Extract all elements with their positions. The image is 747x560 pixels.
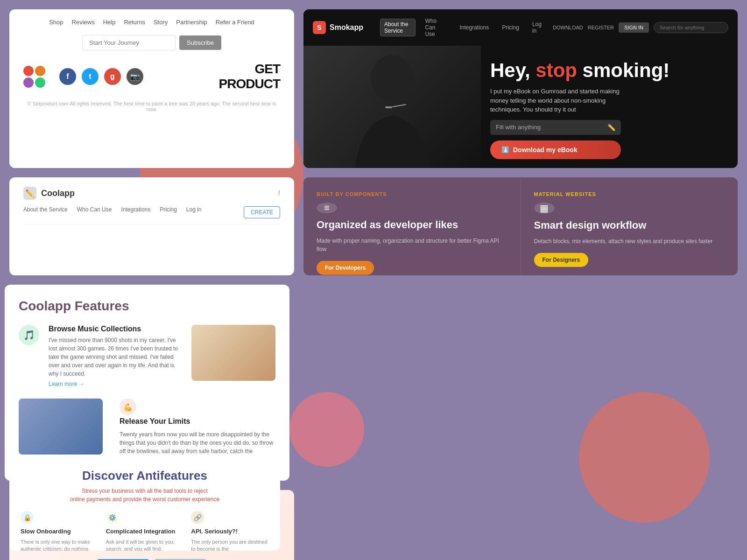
smokapp-headline-part1: Hey, xyxy=(490,59,536,81)
component-tag-2: MATERIAL WEBSITES xyxy=(534,191,725,197)
svg-rect-1 xyxy=(385,106,392,108)
antifeature-title-2: Complicated Integration xyxy=(106,528,184,535)
newsletter-card: Shop Reviews Help Returns Story Partners… xyxy=(9,9,294,168)
footer-text: © Setproduct.com All rights reserved. Th… xyxy=(23,101,280,112)
coolapp-logo-text: Coolapp xyxy=(41,189,75,198)
smokapp-register-link[interactable]: REGISTER xyxy=(588,25,614,30)
feature-desc-2: Twenty years from now you will be more d… xyxy=(120,430,275,455)
smokapp-fill-input[interactable]: Fill with anything ✏️ xyxy=(490,120,621,135)
nav-refer[interactable]: Refer a Friend xyxy=(216,19,254,26)
antifeature-title-3: API. Seriously?! xyxy=(191,528,269,535)
smokapp-body: Hey, stop smoking! I put my eBook on Gum… xyxy=(303,46,738,168)
social-links: f t g 📷 xyxy=(59,68,143,85)
designers-button[interactable]: For Designers xyxy=(534,253,589,267)
antifeature-3: 🔗 API. Seriously?! The only person you a… xyxy=(191,511,269,551)
coolapp-nav-who[interactable]: Who Can Use xyxy=(77,206,112,218)
download-icon: ⬇️ xyxy=(501,146,509,154)
smokapp-nav-who[interactable]: Who Can Use xyxy=(421,16,450,39)
smokapp-nav-about[interactable]: About the Service xyxy=(380,19,416,36)
feature-image-1 xyxy=(191,325,275,381)
smokapp-headline-part2: smoking! xyxy=(577,59,669,81)
feature-title-1: Browse Music Collections xyxy=(49,325,182,333)
feature-content-1: Browse Music Collections I've missed mor… xyxy=(49,325,182,387)
antifeature-row: 🔒 Slow Onboarding There is only one way … xyxy=(21,511,269,551)
component-title-1: Organized as developer likes xyxy=(317,219,507,231)
smokapp-download-link[interactable]: DOWNLOAD xyxy=(553,25,583,30)
smokapp-signin-button[interactable]: SIGN IN xyxy=(619,22,649,33)
components-card: BUILT BY COMPONENTS ≡ Organized as devel… xyxy=(303,177,738,275)
getproduct-logo: GETPRODUCT xyxy=(219,62,280,91)
feature-title-2: Release Your Limits xyxy=(120,417,275,426)
smokapp-nav-pricing[interactable]: Pricing xyxy=(498,22,523,33)
nav-help[interactable]: Help xyxy=(103,19,116,26)
antifeature-2: ⚙️ Complicated Integration Ask and it wi… xyxy=(106,511,184,551)
smokapp-content: Hey, stop smoking! I put my eBook on Gum… xyxy=(481,46,738,168)
smokapp-card: S Smokapp About the Service Who Can Use … xyxy=(303,9,738,168)
nav-partnership[interactable]: Partnership xyxy=(176,19,207,26)
smokapp-nav-login[interactable]: Log in xyxy=(529,19,545,36)
feature-desc-1: I've missed more than 9000 shots in my c… xyxy=(49,336,182,378)
svg-rect-2 xyxy=(392,104,406,107)
coolapp-nav-about[interactable]: About the Service xyxy=(23,206,68,218)
svg-point-0 xyxy=(371,55,413,102)
smokapp-download-button[interactable]: ⬇️ Download my eBook xyxy=(490,140,621,159)
antifeature-desc-3: The only person you are destined to beco… xyxy=(191,539,269,551)
nav-story[interactable]: Story xyxy=(154,19,168,26)
component-title-2: Smart design workflow xyxy=(534,219,725,231)
coolapp-features-title: Coolapp Features xyxy=(19,299,275,314)
coolapp-nav-login[interactable]: Log in xyxy=(186,206,202,218)
coolapp-header: ✏️ Coolapp f xyxy=(23,187,280,200)
design-icon: ▦ xyxy=(534,203,555,214)
coolapp-social-icon[interactable]: f xyxy=(278,189,280,197)
coolapp-nav-pricing[interactable]: Pricing xyxy=(160,206,177,218)
feature-link-1[interactable]: Learn more → xyxy=(49,381,182,387)
nav-returns[interactable]: Returns xyxy=(124,19,145,26)
feature-image-2 xyxy=(19,399,103,455)
smokapp-nav-integrations[interactable]: Integrations xyxy=(456,22,493,33)
google-icon[interactable]: g xyxy=(104,68,121,85)
antifeature-desc-2: Ask and it will be given to you; search,… xyxy=(106,539,184,551)
coolapp-nav-integrations[interactable]: Integrations xyxy=(121,206,150,218)
smokapp-logo-icon: S xyxy=(313,21,326,34)
component-block-1: BUILT BY COMPONENTS ≡ Organized as devel… xyxy=(303,177,521,275)
music-icon: 🎵 xyxy=(19,325,39,345)
subscribe-row: Subscribe xyxy=(23,35,280,50)
subscribe-button[interactable]: Subscribe xyxy=(179,35,221,50)
coolapp-create-button[interactable]: CREATE xyxy=(244,206,280,218)
slow-onboarding-icon: 🔒 xyxy=(21,511,34,524)
smokapp-headline: Hey, stop smoking! xyxy=(490,60,724,81)
facebook-icon[interactable]: f xyxy=(59,68,76,85)
nav-reviews[interactable]: Reviews xyxy=(72,19,95,26)
smokapp-logo-name: Smokapp xyxy=(330,23,363,32)
smokapp-fill-text: Fill with anything xyxy=(496,124,604,131)
component-desc-2: Detach blocks, mix elements, attach new … xyxy=(534,237,725,245)
coolapp-nav: About the Service Who Can Use Integratio… xyxy=(23,206,280,224)
component-tag-1: BUILT BY COMPONENTS xyxy=(317,191,507,197)
smokapp-search-input[interactable] xyxy=(654,22,728,33)
edit-icon: ✏️ xyxy=(607,124,615,131)
discover-antifeatures-card: Discover Antifeatures Stress your busine… xyxy=(9,457,280,551)
smokapp-download-label: Download my eBook xyxy=(513,146,578,154)
smokapp-nav: About the Service Who Can Use Integratio… xyxy=(380,16,545,39)
component-desc-1: Made with proper naming, organization an… xyxy=(317,237,507,253)
subscribe-input[interactable] xyxy=(82,35,176,50)
smokapp-header: S Smokapp About the Service Who Can Use … xyxy=(303,9,738,46)
component-block-2: MATERIAL WEBSITES ▦ Smart design workflo… xyxy=(521,177,738,275)
smokapp-hero-image xyxy=(303,46,481,168)
developers-button[interactable]: For Developers xyxy=(317,261,374,275)
api-icon: 🔗 xyxy=(191,511,204,524)
smokapp-header-actions: DOWNLOAD REGISTER SIGN IN xyxy=(553,22,728,33)
antifeature-1: 🔒 Slow Onboarding There is only one way … xyxy=(21,511,99,551)
complicated-integration-icon: ⚙️ xyxy=(106,511,119,524)
instagram-icon[interactable]: 📷 xyxy=(127,68,143,85)
smokapp-logo: S Smokapp xyxy=(313,21,363,34)
twitter-icon[interactable]: t xyxy=(82,68,99,85)
limits-icon: 💪 xyxy=(120,399,136,415)
feature-content-2: 💪 Release Your Limits Twenty years from … xyxy=(112,399,275,455)
layers-icon: ≡ xyxy=(317,203,337,213)
discover-subtitle: Stress your business with all the bad to… xyxy=(21,487,269,504)
coolapp-features-card: Coolapp Features 🎵 Browse Music Collecti… xyxy=(5,285,289,481)
antifeature-title-1: Slow Onboarding xyxy=(21,528,99,535)
newsletter-nav: Shop Reviews Help Returns Story Partners… xyxy=(23,19,280,26)
nav-shop[interactable]: Shop xyxy=(49,19,63,26)
